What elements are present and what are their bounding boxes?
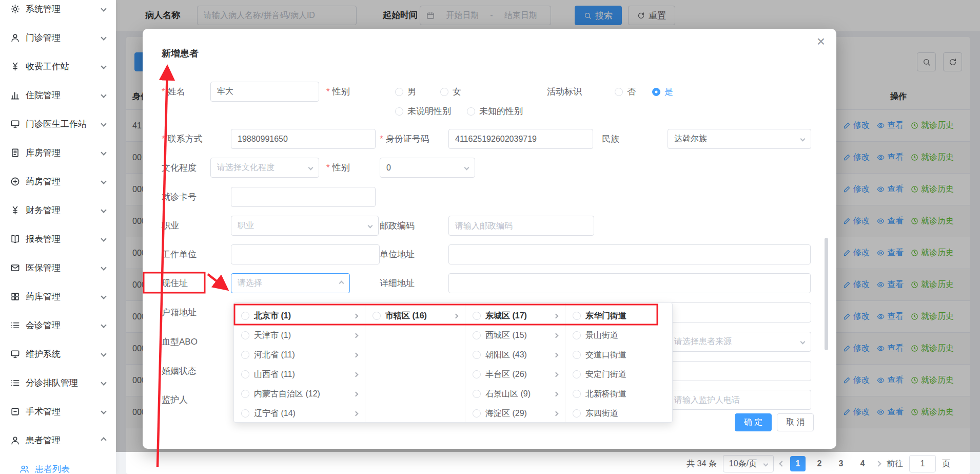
grid-icon bbox=[10, 292, 20, 301]
sidebar-item-outpatient-management[interactable]: 门诊管理 bbox=[0, 23, 116, 52]
chevron-down-icon bbox=[101, 178, 106, 184]
chevron-up-icon bbox=[101, 437, 106, 443]
active-flag-radio-yes[interactable]: 是 bbox=[652, 82, 673, 102]
ethnicity-select[interactable]: 达斡尔族 bbox=[668, 129, 811, 149]
contact-label: 联系方式 bbox=[162, 129, 203, 149]
cascader-option-neimenggu[interactable]: 内蒙古自治区 (12) bbox=[234, 384, 365, 404]
cascader-option-haidian[interactable]: 海淀区 (29) bbox=[465, 404, 565, 422]
marital-right-input[interactable] bbox=[668, 361, 811, 381]
cascader-option-fengtai[interactable]: 丰台区 (26) bbox=[465, 365, 565, 384]
sidebar-item-consultation-management[interactable]: 会诊管理 bbox=[0, 311, 116, 339]
user-icon bbox=[10, 33, 20, 43]
sidebar-item-drug-storage-management[interactable]: 药库管理 bbox=[0, 282, 116, 311]
sidebar-item-report-management[interactable]: 报表管理 bbox=[0, 224, 116, 253]
sidebar-item-surgery-management[interactable]: 手术管理 bbox=[0, 397, 116, 426]
chevron-right-icon bbox=[554, 333, 559, 338]
active-flag-radio-no[interactable]: 否 bbox=[615, 82, 636, 102]
cascader-option-chaoyang[interactable]: 朝阳区 (43) bbox=[465, 345, 565, 365]
sidebar-item-inpatient-management[interactable]: 住院管理 bbox=[0, 81, 116, 109]
cascader-district-column: 东城区 (17) 西城区 (15) 朝阳区 (43) 丰台区 (26) 石景山区… bbox=[465, 303, 565, 422]
page-size-select[interactable]: 10条/页 bbox=[723, 455, 774, 472]
sidebar-item-outpatient-doctor-workstation[interactable]: 门诊医生工作站 bbox=[0, 109, 116, 138]
sidebar-item-maintenance-system[interactable]: 维护系统 bbox=[0, 339, 116, 368]
gender-code-select[interactable]: 0 bbox=[380, 158, 475, 178]
occupation-label: 职业 bbox=[162, 216, 179, 236]
gender-radio-unknown[interactable]: 未知的性别 bbox=[467, 101, 523, 121]
close-icon[interactable]: × bbox=[817, 33, 825, 50]
prev-page-icon[interactable] bbox=[779, 461, 785, 466]
chevron-down-icon bbox=[101, 351, 106, 356]
name-input[interactable] bbox=[210, 82, 319, 102]
cascader-option-dongsi[interactable]: 东四街道 bbox=[565, 404, 673, 422]
current-address-select[interactable]: 请选择 bbox=[231, 273, 350, 293]
cascader-option-shijingshan[interactable]: 石景山区 (9) bbox=[465, 384, 565, 404]
cascader-option-xicheng[interactable]: 西城区 (15) bbox=[465, 326, 565, 345]
sidebar-item-warehouse-management[interactable]: 库房管理 bbox=[0, 138, 116, 167]
patient-source-select[interactable]: 请选择患者来源 bbox=[668, 332, 811, 352]
cascader-option-beijing[interactable]: 北京市 (1) bbox=[234, 306, 365, 326]
cascader-province-column: 北京市 (1) 天津市 (1) 河北省 (11) 山西省 (11) 内蒙古自治区… bbox=[234, 303, 365, 422]
cascader-option-andingmen[interactable]: 安定门街道 bbox=[565, 365, 673, 384]
cascader-option-shanxi[interactable]: 山西省 (11) bbox=[234, 365, 365, 384]
sidebar-item-finance-management[interactable]: 财务管理 bbox=[0, 196, 116, 224]
cascader-option-jingshan[interactable]: 景山街道 bbox=[565, 326, 673, 345]
cancel-button[interactable]: 取 消 bbox=[777, 413, 814, 431]
confirm-button[interactable]: 确 定 bbox=[735, 413, 772, 431]
sidebar-item-patient-management[interactable]: 患者管理 bbox=[0, 426, 116, 454]
document-icon bbox=[10, 148, 20, 158]
household-detail-input[interactable] bbox=[668, 302, 811, 323]
guardian-phone-input[interactable] bbox=[668, 390, 811, 410]
visit-card-input[interactable] bbox=[231, 187, 376, 207]
chevron-down-icon bbox=[368, 223, 373, 229]
cascader-option-beixinqiao[interactable]: 北新桥街道 bbox=[565, 384, 673, 404]
cascader-option-jiaodaokou[interactable]: 交道口街道 bbox=[565, 345, 673, 365]
sidebar: 系统管理 门诊管理 收费工作站 住院管理 门诊医生工作站 库房管理 药房管理 财… bbox=[0, 0, 116, 474]
page-button-1[interactable]: 1 bbox=[790, 456, 806, 471]
radio-icon bbox=[241, 351, 249, 359]
contact-input[interactable] bbox=[231, 129, 376, 149]
occupation-select[interactable]: 职业 bbox=[231, 216, 379, 236]
sidebar-item-medical-insurance-management[interactable]: 医保管理 bbox=[0, 253, 116, 282]
radio-icon bbox=[440, 88, 448, 96]
chevron-up-icon bbox=[339, 281, 344, 286]
add-patient-dialog: 新增患者 × 姓名 性别 男 女 活动标识 否 是 未说明性别 未知的性别 联系… bbox=[143, 29, 836, 449]
sidebar-item-pharmacy-management[interactable]: 药房管理 bbox=[0, 167, 116, 196]
cascader-option-dongcheng[interactable]: 东城区 (17) bbox=[465, 306, 565, 326]
sidebar-item-charging-workstation[interactable]: 收费工作站 bbox=[0, 52, 116, 81]
next-page-icon[interactable] bbox=[875, 461, 881, 466]
detail-address-input[interactable] bbox=[448, 273, 811, 293]
guardian-label: 监护人 bbox=[162, 390, 188, 410]
name-label: 姓名 bbox=[162, 82, 185, 102]
sidebar-item-patient-list[interactable]: 患者列表 bbox=[0, 454, 116, 474]
cascader-option-shixiaqu[interactable]: 市辖区 (16) bbox=[365, 306, 465, 326]
radio-icon bbox=[395, 88, 403, 96]
chevron-right-icon bbox=[354, 313, 359, 318]
work-unit-input[interactable] bbox=[231, 244, 380, 264]
radio-icon bbox=[473, 370, 481, 378]
page-button-3[interactable]: 3 bbox=[833, 456, 849, 471]
cascader-option-liaoning[interactable]: 辽宁省 (14) bbox=[234, 404, 365, 422]
sidebar-item-label: 医保管理 bbox=[26, 262, 61, 274]
yen-icon bbox=[10, 62, 20, 71]
work-unit-label: 工作单位 bbox=[162, 244, 197, 264]
pagination-total: 共 34 条 bbox=[687, 459, 717, 469]
postcode-input[interactable] bbox=[448, 216, 594, 236]
gender-radio-unspecified[interactable]: 未说明性别 bbox=[395, 101, 451, 121]
page-button-2[interactable]: 2 bbox=[812, 456, 827, 471]
radio-checked-icon bbox=[652, 88, 660, 96]
goto-page-input[interactable] bbox=[909, 455, 936, 472]
cascader-option-donghuamen[interactable]: 东华门街道 bbox=[565, 306, 673, 326]
gender-radio-female[interactable]: 女 bbox=[440, 82, 461, 102]
sidebar-item-label: 门诊管理 bbox=[26, 32, 61, 44]
education-select[interactable]: 请选择文化程度 bbox=[210, 158, 319, 178]
modal-scrollbar[interactable] bbox=[825, 238, 828, 350]
cascader-option-tianjin[interactable]: 天津市 (1) bbox=[234, 326, 365, 345]
sidebar-item-triage-queue-management[interactable]: 分诊排队管理 bbox=[0, 368, 116, 397]
page-button-4[interactable]: 4 bbox=[855, 456, 870, 471]
radio-icon bbox=[473, 351, 481, 359]
sidebar-item-system-management[interactable]: 系统管理 bbox=[0, 0, 116, 23]
id-number-input[interactable] bbox=[448, 129, 593, 149]
cascader-option-hebei[interactable]: 河北省 (11) bbox=[234, 345, 365, 365]
work-address-input[interactable] bbox=[448, 244, 811, 264]
gender-radio-male[interactable]: 男 bbox=[395, 82, 416, 102]
